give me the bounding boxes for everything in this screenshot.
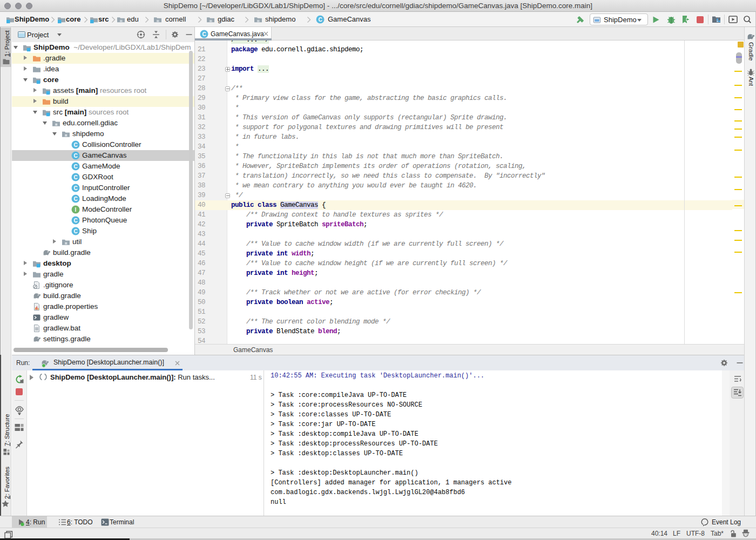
svg-text:C: C [73, 164, 77, 170]
svg-text:C: C [73, 142, 77, 148]
svg-text:C: C [73, 174, 77, 180]
svg-text:C: C [73, 228, 77, 234]
svg-text:C: C [318, 17, 322, 23]
svg-text:C: C [73, 185, 77, 191]
svg-text:I: I [75, 207, 77, 213]
svg-text:C: C [73, 218, 77, 224]
svg-text:C: C [73, 153, 77, 159]
svg-text:C: C [73, 196, 77, 202]
svg-text:C: C [202, 31, 206, 37]
